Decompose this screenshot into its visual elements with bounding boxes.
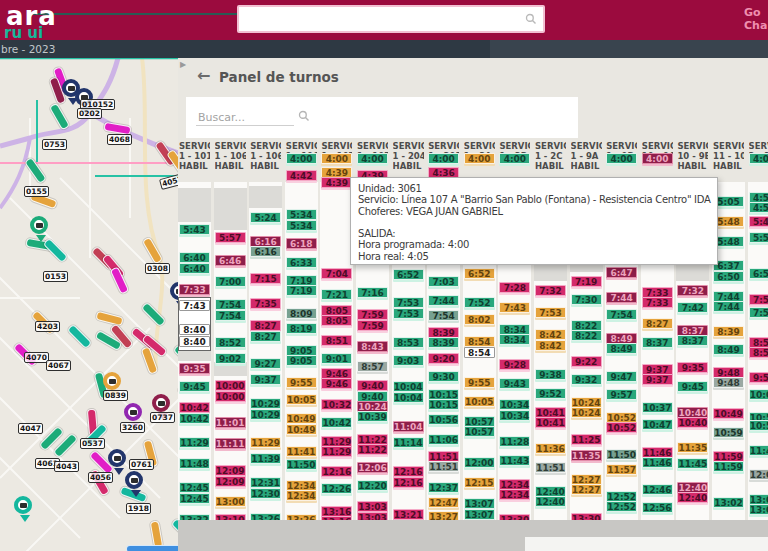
time-cell[interactable]: 10:04 <box>393 392 424 403</box>
time-cell[interactable]: 7:33 <box>179 284 210 295</box>
time-cell[interactable]: 9:52 <box>535 388 566 399</box>
time-cell[interactable]: 13:07 <box>464 509 495 520</box>
time-cell[interactable]: 10:34 <box>499 399 530 410</box>
time-cell[interactable]: 9:35 <box>179 363 210 374</box>
time-cell[interactable]: 11:35 <box>571 450 602 461</box>
time-cell[interactable]: 8:43 <box>357 341 388 352</box>
time-cell[interactable]: 8:27 <box>642 318 673 329</box>
time-cell[interactable]: 9:48 <box>713 377 744 388</box>
bus-pin-icon[interactable] <box>30 216 48 234</box>
time-cell[interactable]: 6:46 <box>215 255 246 266</box>
back-arrow-icon[interactable]: ← <box>197 66 210 85</box>
time-cell[interactable]: 11:11 <box>215 438 246 449</box>
time-cell[interactable]: 12:00 <box>464 457 495 468</box>
time-cell[interactable]: 11:41 <box>286 446 317 457</box>
time-cell[interactable]: 9:45 <box>179 381 210 392</box>
time-cell[interactable]: 10:05 <box>464 396 495 407</box>
bus-pin-icon[interactable] <box>14 496 32 514</box>
time-cell[interactable]: 7:35 <box>250 298 281 309</box>
time-cell[interactable]: 11:35 <box>677 442 708 453</box>
time-cell[interactable]: 4:39 <box>321 177 352 188</box>
time-cell[interactable]: 4:00 <box>606 153 637 164</box>
time-cell[interactable]: 7:43 <box>179 300 210 311</box>
time-cell[interactable]: 4:00 <box>642 153 673 164</box>
time-cell[interactable]: 12:31 <box>250 477 281 488</box>
time-cell[interactable]: 12:40 <box>535 496 566 507</box>
time-cell[interactable]: 10:41 <box>535 417 566 428</box>
time-cell[interactable]: 10:00 <box>215 391 246 402</box>
time-cell[interactable]: 9:02 <box>215 353 246 364</box>
panel-search-input[interactable] <box>196 110 294 126</box>
time-cell[interactable]: 7:54 <box>606 309 637 320</box>
time-cell[interactable]: 10:05 <box>286 394 317 405</box>
panel-search-icon[interactable] <box>298 110 310 122</box>
time-cell[interactable]: 10:56 <box>428 414 459 425</box>
time-cell[interactable]: 8:22 <box>571 330 602 341</box>
time-cell[interactable]: 5:43 <box>179 224 210 235</box>
time-cell[interactable]: 10:39 <box>357 411 388 422</box>
time-cell[interactable]: 11:14 <box>393 437 424 448</box>
time-cell[interactable]: 13:07 <box>464 498 495 509</box>
time-cell[interactable]: 11:48 <box>179 458 210 469</box>
time-cell[interactable]: 11:46 <box>642 457 673 468</box>
time-cell[interactable]: 9:22 <box>571 356 602 367</box>
time-cell[interactable]: 12:06 <box>357 462 388 473</box>
bus-pin-icon[interactable] <box>152 394 170 412</box>
time-cell[interactable]: 8:40 <box>179 336 210 347</box>
time-cell[interactable]: 9:43 <box>499 378 530 389</box>
time-cell[interactable]: 7:59 <box>357 309 388 320</box>
time-cell[interactable]: 7:19 <box>286 285 317 296</box>
time-cell[interactable]: 10:49 <box>286 413 317 424</box>
time-cell[interactable]: 11:28 <box>499 436 530 447</box>
time-cell[interactable]: 6:16 <box>250 246 281 257</box>
time-cell[interactable]: 10:42 <box>179 413 210 424</box>
time-cell[interactable]: 9:55 <box>464 377 495 388</box>
time-cell[interactable]: 13:02 <box>713 497 744 508</box>
time-cell[interactable]: 9:30 <box>428 371 459 382</box>
search-icon[interactable] <box>525 13 537 25</box>
time-cell[interactable]: 10:24 <box>571 407 602 418</box>
time-cell[interactable]: 9:46 <box>321 378 352 389</box>
time-cell[interactable]: 7:04 <box>321 268 352 279</box>
time-cell[interactable]: 7:44 <box>713 301 744 312</box>
time-cell[interactable]: 9:35 <box>677 362 708 373</box>
time-cell[interactable]: 7:30 <box>571 294 602 305</box>
time-cell[interactable]: 8:42 <box>535 329 566 340</box>
time-cell[interactable]: 8:39 <box>713 326 744 337</box>
time-cell[interactable]: 11:39 <box>250 453 281 464</box>
time-cell[interactable]: 8:49 <box>713 344 744 355</box>
time-cell[interactable]: 12:45 <box>179 482 210 493</box>
time-cell[interactable]: 4:00 <box>321 153 352 164</box>
time-cell[interactable]: 7:59 <box>749 307 768 318</box>
time-cell[interactable]: 11:51 <box>535 462 566 473</box>
time-cell[interactable]: 12:52 <box>606 501 637 512</box>
time-cell[interactable]: 5:34 <box>286 209 317 220</box>
time-cell[interactable]: 10:32 <box>321 399 352 410</box>
time-cell[interactable]: 11:01 <box>215 417 246 428</box>
time-cell[interactable]: 12:46 <box>642 484 673 495</box>
time-cell[interactable]: 11:25 <box>571 434 602 445</box>
time-cell[interactable]: 8:39 <box>428 337 459 348</box>
time-cell[interactable]: 12:27 <box>571 484 602 495</box>
time-cell[interactable]: 12:30 <box>250 488 281 499</box>
time-cell[interactable]: 6:40 <box>179 252 210 263</box>
time-cell[interactable]: 12:56 <box>642 502 673 513</box>
time-cell[interactable]: 8:02 <box>464 314 495 325</box>
time-cell[interactable]: 7:52 <box>464 297 495 308</box>
time-cell[interactable]: 7:44 <box>606 292 637 303</box>
time-cell[interactable]: 4:00 <box>428 153 459 164</box>
time-cell[interactable]: 8:57 <box>357 361 388 372</box>
time-cell[interactable]: 6:18 <box>286 238 317 249</box>
time-cell[interactable]: 7:43 <box>499 302 530 313</box>
time-cell[interactable]: 6:40 <box>179 263 210 274</box>
time-cell[interactable]: 11:22 <box>357 444 388 455</box>
time-cell[interactable]: 12:16 <box>321 466 352 477</box>
time-cell[interactable]: 7:54 <box>215 310 246 321</box>
time-cell[interactable]: 9:51 <box>749 372 768 383</box>
time-cell[interactable]: 5:57 <box>215 232 246 243</box>
time-cell[interactable]: 11:59 <box>713 461 744 472</box>
time-cell[interactable]: 11:29 <box>321 446 352 457</box>
time-cell[interactable]: 13:21 <box>393 509 424 520</box>
time-cell[interactable]: 5:58 <box>749 232 768 243</box>
time-cell[interactable]: 7:32 <box>677 285 708 296</box>
